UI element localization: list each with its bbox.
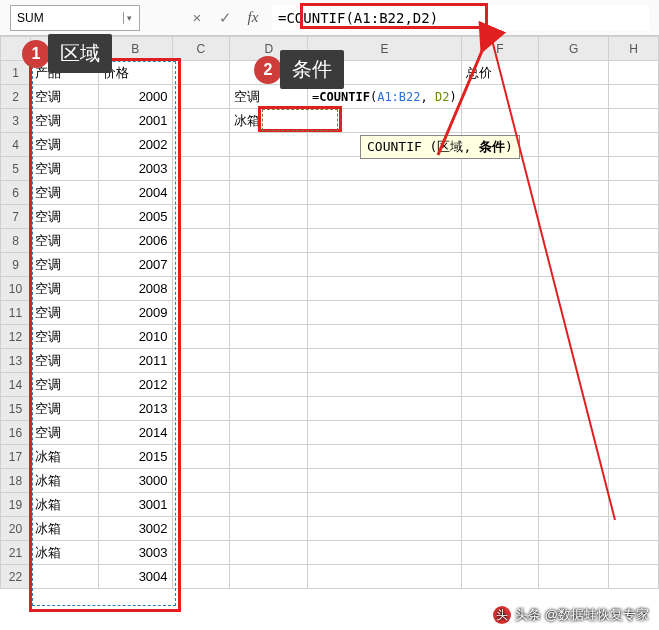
cell[interactable]: 2012: [98, 373, 172, 397]
cell[interactable]: [172, 301, 230, 325]
cell[interactable]: [609, 565, 659, 589]
cell[interactable]: [609, 517, 659, 541]
row-header[interactable]: 18: [1, 469, 31, 493]
cell[interactable]: 空调: [30, 85, 98, 109]
cell[interactable]: [172, 157, 230, 181]
cell[interactable]: 空调: [30, 205, 98, 229]
cell[interactable]: [172, 133, 230, 157]
cell[interactable]: 数量: [308, 61, 462, 85]
cell[interactable]: [308, 277, 462, 301]
cell[interactable]: [230, 277, 308, 301]
cell[interactable]: [539, 349, 609, 373]
cell[interactable]: 空调: [30, 277, 98, 301]
cell[interactable]: [461, 397, 539, 421]
row-header[interactable]: 3: [1, 109, 31, 133]
cell[interactable]: [461, 109, 539, 133]
cell[interactable]: [30, 565, 98, 589]
row-header[interactable]: 22: [1, 565, 31, 589]
cell[interactable]: [308, 253, 462, 277]
col-header-D[interactable]: D: [230, 37, 308, 61]
cell[interactable]: [308, 181, 462, 205]
cell[interactable]: 2001: [98, 109, 172, 133]
cell[interactable]: [539, 421, 609, 445]
cell[interactable]: 2014: [98, 421, 172, 445]
cell[interactable]: [461, 373, 539, 397]
row-header[interactable]: 12: [1, 325, 31, 349]
formula-input[interactable]: =COUNTIF(A1:B22,D2): [272, 5, 649, 31]
col-header-C[interactable]: C: [172, 37, 230, 61]
cell[interactable]: [172, 541, 230, 565]
cell[interactable]: [230, 229, 308, 253]
cell[interactable]: [172, 397, 230, 421]
cell[interactable]: [230, 157, 308, 181]
cell[interactable]: [172, 325, 230, 349]
cell[interactable]: [230, 565, 308, 589]
cell[interactable]: [308, 397, 462, 421]
cell[interactable]: 2013: [98, 397, 172, 421]
cell[interactable]: [172, 253, 230, 277]
cell[interactable]: 3000: [98, 469, 172, 493]
active-cell-e2[interactable]: =COUNTIF(A1:B22, D2): [308, 85, 462, 109]
cell[interactable]: 空调: [30, 397, 98, 421]
cell[interactable]: [230, 373, 308, 397]
cell[interactable]: 3002: [98, 517, 172, 541]
cell[interactable]: [539, 277, 609, 301]
cell[interactable]: 产品: [30, 61, 98, 85]
row-header[interactable]: 10: [1, 277, 31, 301]
cell[interactable]: [461, 541, 539, 565]
cell[interactable]: [308, 541, 462, 565]
cell[interactable]: 冰箱: [30, 445, 98, 469]
row-header[interactable]: 6: [1, 181, 31, 205]
cell[interactable]: [230, 181, 308, 205]
cell[interactable]: 空调: [30, 253, 98, 277]
row-header[interactable]: 11: [1, 301, 31, 325]
cell[interactable]: [609, 229, 659, 253]
cell[interactable]: [539, 109, 609, 133]
cell[interactable]: [539, 85, 609, 109]
cell[interactable]: 3003: [98, 541, 172, 565]
cell[interactable]: [539, 229, 609, 253]
row-header[interactable]: 19: [1, 493, 31, 517]
row-header[interactable]: 17: [1, 445, 31, 469]
cell[interactable]: [609, 493, 659, 517]
cell[interactable]: [172, 61, 230, 85]
cell[interactable]: 空调: [30, 133, 98, 157]
cell[interactable]: 2002: [98, 133, 172, 157]
cell[interactable]: [461, 565, 539, 589]
col-header-A[interactable]: A: [30, 37, 98, 61]
cell[interactable]: [609, 445, 659, 469]
col-header-B[interactable]: B: [98, 37, 172, 61]
cell[interactable]: 空调: [30, 181, 98, 205]
cell[interactable]: 2000: [98, 85, 172, 109]
cell[interactable]: 2005: [98, 205, 172, 229]
cell[interactable]: [308, 109, 462, 133]
col-header-H[interactable]: H: [609, 37, 659, 61]
cell[interactable]: 2009: [98, 301, 172, 325]
cell[interactable]: [308, 325, 462, 349]
cell[interactable]: [461, 325, 539, 349]
cell[interactable]: 空调: [30, 325, 98, 349]
cell[interactable]: 3004: [98, 565, 172, 589]
cell[interactable]: [609, 133, 659, 157]
cell[interactable]: [308, 517, 462, 541]
cell[interactable]: [539, 469, 609, 493]
cell[interactable]: [539, 181, 609, 205]
cell[interactable]: [172, 85, 230, 109]
cell[interactable]: [308, 493, 462, 517]
cell[interactable]: 总价: [461, 61, 539, 85]
cell[interactable]: 2010: [98, 325, 172, 349]
cell[interactable]: [609, 469, 659, 493]
col-header-G[interactable]: G: [539, 37, 609, 61]
cell[interactable]: [539, 445, 609, 469]
select-all-corner[interactable]: [1, 37, 31, 61]
cell[interactable]: [230, 445, 308, 469]
cell[interactable]: [172, 517, 230, 541]
cell[interactable]: [539, 541, 609, 565]
cell[interactable]: [609, 373, 659, 397]
cell[interactable]: [308, 349, 462, 373]
cell[interactable]: [461, 277, 539, 301]
cell[interactable]: [230, 133, 308, 157]
cell[interactable]: [539, 301, 609, 325]
cell[interactable]: [230, 205, 308, 229]
cell[interactable]: 冰箱: [30, 469, 98, 493]
